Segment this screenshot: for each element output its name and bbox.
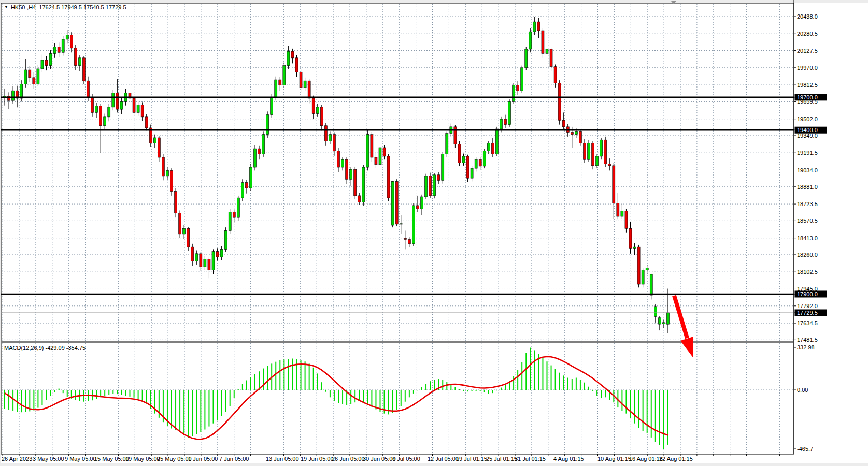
candle-body <box>529 32 532 49</box>
candle-body <box>533 22 536 32</box>
candle-body <box>642 270 644 284</box>
candle-body <box>346 159 348 179</box>
candle-body <box>329 135 331 141</box>
time-axis-label: 25 May 05:00 <box>157 456 192 462</box>
candle-body <box>87 81 90 97</box>
price-axis-label: 20438.0 <box>797 13 818 20</box>
main-chart-panel[interactable] <box>1 3 794 341</box>
candle-body <box>112 93 115 107</box>
candle-body <box>462 156 465 163</box>
candle-body <box>208 259 210 270</box>
candle-body <box>354 169 357 196</box>
candle-body <box>20 84 23 98</box>
candle-body <box>170 170 173 191</box>
candle-body <box>195 254 198 261</box>
candle-body <box>596 156 599 166</box>
candle-body <box>308 81 310 98</box>
candle-body <box>421 197 423 209</box>
candle-body <box>216 252 219 257</box>
candle-body <box>521 68 523 91</box>
candle-body <box>220 249 223 257</box>
price-axis-label: 18102.5 <box>797 269 818 275</box>
candle-body <box>99 106 102 126</box>
candle-body <box>153 138 156 143</box>
candle-body <box>375 157 377 165</box>
candle-body <box>362 167 365 202</box>
candle-body <box>495 129 498 154</box>
time-axis-label: 3 May 05:00 <box>33 456 64 462</box>
chart-canvas[interactable]: 20438.020280.520127.519970.019812.519700… <box>0 0 868 466</box>
candle-body <box>133 98 135 112</box>
candle-body <box>283 66 286 85</box>
price-axis-label-highlighted: 17729.5 <box>797 310 818 316</box>
price-axis-label-highlighted: 17900.0 <box>797 291 818 297</box>
time-axis-label: 1 Jun 05:00 <box>188 456 218 462</box>
time-axis-label: 30 Jun 05:00 <box>363 456 396 462</box>
candle-body <box>504 119 507 125</box>
candle-body <box>637 247 640 284</box>
candle-body <box>262 135 265 154</box>
candle-body <box>300 72 302 88</box>
candle-body <box>387 156 390 198</box>
candle-body <box>245 183 248 188</box>
time-axis-label: 15 May 05:00 <box>94 456 129 462</box>
candle-body <box>358 196 361 202</box>
candle-body <box>70 35 73 48</box>
price-axis-label: 17634.5 <box>797 320 818 326</box>
candle-body <box>446 134 448 154</box>
candle-body <box>53 47 56 54</box>
candle-body <box>145 117 148 128</box>
candle-body <box>658 318 661 324</box>
candle-body <box>500 119 502 129</box>
candle-body <box>74 48 77 66</box>
price-axis-label: 20127.5 <box>797 48 818 54</box>
time-axis-label: 25 Jul 01:15 <box>486 456 517 462</box>
candle-body <box>258 149 261 154</box>
candle-body <box>162 157 164 176</box>
candle-body <box>583 143 586 160</box>
macd-axis-label: -465.7 <box>797 446 813 452</box>
symbol-dropdown-icon[interactable]: ▼ <box>4 5 8 9</box>
candle-body <box>408 239 410 243</box>
candle-body <box>224 230 227 249</box>
price-axis-label: 20280.5 <box>797 31 818 37</box>
candle-body <box>200 254 202 267</box>
price-axis-label: 18413.0 <box>797 235 818 241</box>
time-axis-label: 16 Aug 01:15 <box>629 456 663 462</box>
price-axis-label: 19502.0 <box>797 116 818 122</box>
time-axis-label: 19 May 05:00 <box>125 456 160 462</box>
price-axis-label: 18260.0 <box>797 252 818 258</box>
candle-body <box>525 49 528 68</box>
candle-body <box>166 170 168 176</box>
candle-body <box>95 106 98 113</box>
time-axis-label: 26 Apr 2023 <box>2 456 32 462</box>
price-axis-label: 19349.0 <box>797 133 818 139</box>
candle-body <box>646 268 648 270</box>
time-axis-label: 9 May 05:00 <box>65 456 96 462</box>
candle-body <box>104 117 106 126</box>
candle-body <box>62 39 64 52</box>
candle-body <box>12 91 15 100</box>
time-axis-label: 12 Jul 05:00 <box>428 456 459 462</box>
candle-body <box>233 212 235 218</box>
price-axis-label: 17481.5 <box>797 337 818 343</box>
candle-body <box>304 81 306 88</box>
price-axis-label: 18723.5 <box>797 201 818 207</box>
candle-body <box>183 228 186 234</box>
candle-body <box>654 307 657 316</box>
price-axis-label: 18570.5 <box>797 217 818 224</box>
candle-body <box>324 126 327 141</box>
candle-body <box>608 164 611 166</box>
candle-body <box>229 212 231 231</box>
candle-body <box>604 140 607 164</box>
candle-body <box>191 247 194 261</box>
macd-axis-label: 0.00 <box>797 387 808 393</box>
candle-body <box>537 22 540 31</box>
candle-body <box>650 274 652 295</box>
candle-body <box>45 60 48 66</box>
candle-body <box>508 101 511 124</box>
time-axis-label: 13 Jun 05:00 <box>266 456 299 462</box>
candle-body <box>266 115 269 135</box>
candle-body <box>442 154 444 181</box>
candle-body <box>58 47 60 53</box>
